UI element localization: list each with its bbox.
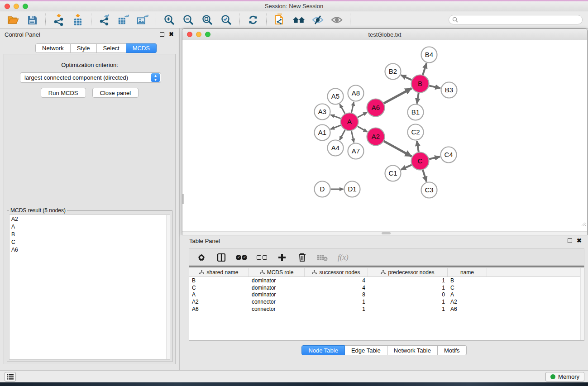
- optimization-criterion-dropdown[interactable]: largest connected component (directed) ▲…: [20, 72, 161, 83]
- column-header-predecessor-nodes[interactable]: predecessor nodes: [368, 268, 448, 276]
- cell-MCDS-role[interactable]: dominator: [249, 277, 305, 284]
- tab-motifs[interactable]: Motifs: [438, 345, 467, 355]
- network-window-titlebar[interactable]: testGlobe.txt: [182, 29, 587, 40]
- edge-A-A2[interactable]: [358, 126, 367, 132]
- cell-shared-name[interactable]: A2: [189, 299, 249, 305]
- zoom-in-icon[interactable]: [163, 14, 176, 26]
- table-row[interactable]: A2connector11A2: [189, 298, 584, 305]
- run-mcds-button[interactable]: Run MCDS: [41, 88, 86, 98]
- search-input[interactable]: [460, 17, 578, 23]
- cell-predecessor-nodes[interactable]: 1: [368, 277, 448, 284]
- tab-style[interactable]: Style: [71, 43, 97, 53]
- select-all-icon[interactable]: [236, 252, 247, 263]
- edge-B-B1[interactable]: [417, 93, 419, 103]
- tab-select[interactable]: Select: [97, 43, 126, 53]
- search-box[interactable]: [449, 15, 583, 24]
- cell-MCDS-role[interactable]: connector: [249, 306, 305, 312]
- tab-network[interactable]: Network: [35, 43, 71, 53]
- refresh-icon[interactable]: [247, 14, 259, 26]
- network-graph[interactable]: B4B2BB3A5A8A6B1A3AC2A1A2A4A7C4CC1C3DD1: [182, 40, 587, 232]
- network-horizontal-scrollbar[interactable]: [182, 231, 587, 235]
- table-vertical-scrollbar[interactable]: [580, 268, 584, 340]
- edge-C-C1[interactable]: [401, 165, 412, 170]
- cell-predecessor-nodes[interactable]: 0: [368, 291, 448, 298]
- edge-A-A4[interactable]: [339, 130, 345, 140]
- cell-name[interactable]: B: [448, 277, 487, 284]
- mcds-result-item[interactable]: C: [10, 238, 170, 246]
- mcds-result-item[interactable]: A2: [10, 215, 170, 223]
- cell-shared-name[interactable]: A6: [189, 306, 249, 312]
- task-history-button[interactable]: [5, 372, 16, 381]
- new-session-from-network-icon[interactable]: [273, 14, 286, 26]
- node-table[interactable]: shared nameMCDS rolesuccessor nodesprede…: [189, 267, 584, 341]
- zoom-out-icon[interactable]: [182, 14, 195, 26]
- resize-grip-icon[interactable]: [581, 221, 586, 227]
- hide-panels-icon[interactable]: [311, 14, 324, 26]
- tab-node-table[interactable]: Node Table: [301, 345, 345, 355]
- close-panel-button[interactable]: Close panel: [92, 88, 139, 98]
- import-table-icon[interactable]: [72, 14, 84, 26]
- edge-C-C2[interactable]: [417, 141, 419, 152]
- import-network-icon[interactable]: [53, 14, 65, 26]
- open-session-icon[interactable]: [7, 14, 19, 26]
- column-header-successor-nodes[interactable]: successor nodes: [305, 268, 368, 276]
- edge-A-A6[interactable]: [358, 112, 367, 117]
- mcds-result-item[interactable]: A6: [10, 246, 170, 253]
- edge-A-A8[interactable]: [351, 102, 354, 113]
- edge-A-A3[interactable]: [330, 115, 340, 119]
- tab-network-table[interactable]: Network Table: [387, 345, 438, 355]
- cell-MCDS-role[interactable]: connector: [249, 299, 305, 305]
- edge-B-B3[interactable]: [429, 86, 440, 88]
- add-column-icon[interactable]: [277, 252, 287, 263]
- cell-MCDS-role[interactable]: dominator: [249, 285, 305, 291]
- edge-C-C3[interactable]: [423, 170, 426, 182]
- edge-A-A7[interactable]: [351, 131, 354, 143]
- float-panel-icon[interactable]: [160, 32, 164, 37]
- tab-mcds[interactable]: MCDS: [126, 43, 157, 53]
- tab-edge-table[interactable]: Edge Table: [345, 345, 387, 355]
- cell-name[interactable]: A6: [448, 306, 487, 312]
- export-table-icon[interactable]: [117, 14, 130, 26]
- delete-table-icon[interactable]: [317, 252, 328, 263]
- cell-successor-nodes[interactable]: 4: [305, 277, 368, 284]
- edge-A2-C[interactable]: [384, 141, 411, 157]
- mcds-result-item[interactable]: B: [10, 230, 170, 238]
- table-row[interactable]: Adominator80A: [189, 291, 584, 299]
- cell-name[interactable]: A: [448, 291, 487, 298]
- table-float-panel-icon[interactable]: [568, 238, 572, 243]
- column-header-MCDS-role[interactable]: MCDS role: [249, 268, 305, 276]
- cell-MCDS-role[interactable]: dominator: [249, 291, 305, 298]
- cell-name[interactable]: A2: [448, 299, 487, 305]
- function-builder-icon[interactable]: f(x): [338, 253, 349, 262]
- network-canvas[interactable]: B4B2BB3A5A8A6B1A3AC2A1A2A4A7C4CC1C3DD1: [182, 40, 587, 231]
- save-session-icon[interactable]: [26, 14, 38, 26]
- edge-B-B2[interactable]: [401, 75, 412, 80]
- cell-name[interactable]: C: [448, 285, 487, 291]
- cell-shared-name[interactable]: C: [189, 285, 249, 291]
- export-network-icon[interactable]: [98, 14, 111, 26]
- delete-icon[interactable]: [297, 252, 307, 263]
- edge-C-C4[interactable]: [429, 157, 440, 159]
- home-icon[interactable]: [292, 14, 305, 26]
- cell-shared-name[interactable]: A: [189, 291, 249, 298]
- table-row[interactable]: Cdominator41C: [189, 284, 584, 291]
- memory-button[interactable]: Memory: [545, 372, 584, 381]
- edge-A-A1[interactable]: [330, 125, 341, 129]
- close-panel-icon[interactable]: ✖: [169, 32, 174, 37]
- column-header-name[interactable]: name: [448, 268, 487, 276]
- show-eye-icon[interactable]: [330, 14, 343, 26]
- column-layout-icon[interactable]: [216, 252, 226, 263]
- scrollbar-thumb[interactable]: [382, 232, 391, 234]
- gear-icon[interactable]: [196, 252, 206, 263]
- table-close-panel-icon[interactable]: ✖: [577, 238, 582, 243]
- cell-successor-nodes[interactable]: 4: [305, 285, 368, 291]
- cell-shared-name[interactable]: B: [189, 277, 249, 284]
- cell-predecessor-nodes[interactable]: 1: [368, 306, 448, 312]
- zoom-fit-icon[interactable]: [201, 14, 214, 26]
- column-header-shared-name[interactable]: shared name: [189, 268, 249, 276]
- table-row[interactable]: Bdominator41B: [189, 277, 584, 284]
- cell-predecessor-nodes[interactable]: 1: [368, 299, 448, 305]
- result-list-scrollbar[interactable]: [166, 215, 170, 359]
- edge-A6-B[interactable]: [384, 88, 411, 103]
- cell-successor-nodes[interactable]: 1: [305, 299, 368, 305]
